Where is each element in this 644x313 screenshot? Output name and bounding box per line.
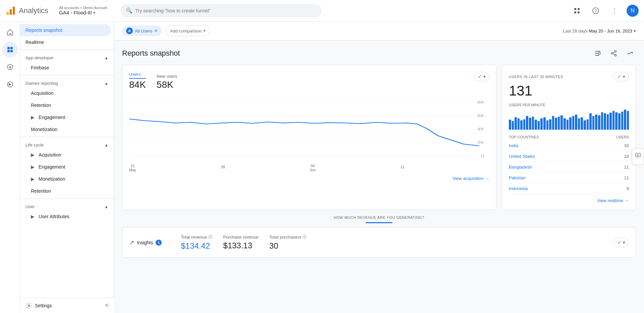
svg-text:?: ? — [594, 8, 597, 13]
check-icon: ✓ — [478, 73, 482, 80]
svg-text:6K: 6K — [477, 114, 484, 118]
date-range-value: May 20 - Jun 16, 2023 — [589, 28, 632, 34]
realtime-check-icon: ✓ — [617, 73, 622, 80]
svg-line-22 — [613, 52, 615, 53]
realtime-compare-button[interactable]: ✓ ▾ — [613, 72, 629, 81]
svg-rect-0 — [7, 12, 9, 15]
view-realtime-link[interactable]: View realtime → — [509, 198, 629, 203]
sidebar-item-acquisition[interactable]: Acquisition — [20, 87, 111, 99]
insights-button[interactable] — [624, 47, 636, 59]
sidebar-item-lc-retention[interactable]: Retention — [20, 185, 111, 197]
bar — [518, 118, 520, 130]
country-link[interactable]: Bangladesh — [509, 165, 532, 170]
all-users-label: All Users — [135, 28, 152, 34]
sidebar-item-lc-monetization[interactable]: ▶ Monetization — [20, 173, 111, 185]
settings-button[interactable]: Settings — [25, 302, 52, 309]
page-title: Reports snapshot — [122, 49, 180, 58]
feedback-button[interactable] — [632, 148, 644, 165]
sidebar-section-user[interactable]: User ▲ — [20, 200, 114, 210]
bar — [592, 116, 595, 130]
bar — [529, 118, 531, 130]
metrics-row: Users 84K New users 58K — [129, 72, 489, 90]
users-label: Users — [129, 72, 146, 79]
bar — [618, 113, 621, 130]
bar — [604, 113, 606, 130]
bar — [595, 115, 597, 130]
sidebar-item-retention[interactable]: Retention — [20, 99, 111, 111]
new-users-metric: New users 58K — [157, 74, 177, 90]
collapse-sidebar-button[interactable]: < — [105, 302, 109, 309]
total-purchasers-value: 30 — [269, 241, 307, 251]
country-link[interactable]: Pakistan — [509, 175, 526, 180]
life-cycle-chevron: ▲ — [104, 143, 108, 147]
date-prefix: Last 28 days — [563, 28, 588, 34]
sidebar-section-life-cycle[interactable]: Life cycle ▲ — [20, 138, 114, 149]
sidebar-item-engagement[interactable]: ▶ Engagement — [20, 111, 111, 123]
avatar[interactable]: N — [627, 5, 639, 17]
more-options-button[interactable]: ⋮ — [608, 4, 621, 17]
users-per-minute-chart — [509, 110, 629, 130]
country-link[interactable]: Indonesia — [509, 186, 528, 191]
sidebar-item-user-attributes[interactable]: ▶ User Attributes — [20, 210, 111, 223]
country-link[interactable]: United States — [509, 154, 535, 159]
bar — [512, 121, 514, 130]
arrow-right-icon: → — [485, 176, 489, 181]
revenue-compare-button[interactable]: ✓ ▾ — [613, 238, 629, 247]
search-input[interactable] — [135, 8, 316, 13]
sidebar-section-games-reporting[interactable]: Games reporting ▲ — [20, 77, 114, 87]
sidebar-item-lc-engagement[interactable]: ▶ Engagement — [20, 161, 111, 173]
country-link[interactable]: India — [509, 143, 518, 148]
bar — [552, 116, 554, 130]
bar — [509, 120, 511, 130]
revenue-card: ↗ Insights 1 Total revenue ⓘ $134.42 Pur… — [122, 227, 636, 258]
purchase-revenue-metric: Purchase revenue $133.13 — [223, 235, 259, 250]
total-purchasers-info-icon: ⓘ — [303, 234, 307, 240]
search-bar[interactable]: 🔍 — [120, 4, 322, 17]
property-dropdown-arrow: ▾ — [93, 10, 95, 15]
all-users-circle: A — [126, 27, 133, 34]
total-revenue-label: Total revenue ⓘ — [181, 234, 212, 240]
svg-rect-10 — [10, 47, 13, 49]
bar — [546, 120, 549, 130]
apps-button[interactable] — [570, 4, 584, 17]
rail-explore[interactable] — [2, 59, 18, 75]
top-navigation: Analytics All accounts > Demo Account GA… — [0, 0, 644, 21]
sidebar-item-lc-acquisition[interactable]: ▶ Acquisition — [20, 149, 111, 161]
add-comparison-label: Add comparison — [170, 28, 202, 34]
svg-text:4K: 4K — [477, 127, 484, 131]
users-compare-button[interactable]: ✓ ▾ — [474, 72, 489, 81]
bar — [584, 120, 586, 130]
svg-rect-4 — [578, 8, 580, 10]
all-users-badge[interactable]: A All Users ✕ — [122, 25, 162, 36]
svg-rect-1 — [10, 9, 12, 15]
account-selector[interactable]: All accounts > Demo Account GA4 - Flood-… — [59, 6, 107, 15]
customize-report-button[interactable] — [592, 47, 604, 59]
sidebar-item-firebase[interactable]: Firebase — [20, 62, 111, 74]
sidebar-item-reports-snapshot[interactable]: Reports snapshot — [20, 24, 111, 36]
users-col-header: USERS — [593, 135, 629, 140]
sidebar-item-realtime[interactable]: Realtime — [20, 36, 111, 48]
realtime-section-title: USERS IN LAST 30 MINUTES — [509, 75, 563, 79]
date-range-selector[interactable]: Last 28 days May 20 - Jun 16, 2023 ▾ — [563, 28, 636, 34]
analytics-logo-icon — [5, 5, 16, 16]
users-chart-card: Users 84K New users 58K ✓ ▾ — [122, 65, 496, 210]
country-row: United States18 — [509, 151, 629, 162]
sidebar-section-app-developer[interactable]: App developer ▲ — [20, 51, 114, 62]
view-acquisition-link[interactable]: View acquisition → — [129, 176, 489, 181]
bar — [615, 112, 618, 130]
bar — [523, 119, 526, 130]
help-button[interactable]: ? — [589, 4, 602, 17]
add-icon: + — [203, 28, 206, 34]
rail-reports[interactable] — [2, 42, 18, 58]
rail-advertising[interactable] — [2, 76, 18, 92]
add-comparison-button[interactable]: Add comparison + — [166, 25, 210, 36]
logo-area: Analytics — [5, 5, 48, 16]
users-per-minute-label: USERS PER MINUTE — [509, 103, 629, 107]
bar — [526, 116, 528, 130]
rail-home[interactable] — [2, 24, 18, 40]
sidebar-item-monetization[interactable]: Monetization — [20, 123, 111, 135]
share-button[interactable] — [608, 47, 620, 59]
total-revenue-info-icon: ⓘ — [208, 234, 212, 240]
insights-badge: 1 — [156, 240, 162, 246]
title-actions — [592, 47, 636, 59]
